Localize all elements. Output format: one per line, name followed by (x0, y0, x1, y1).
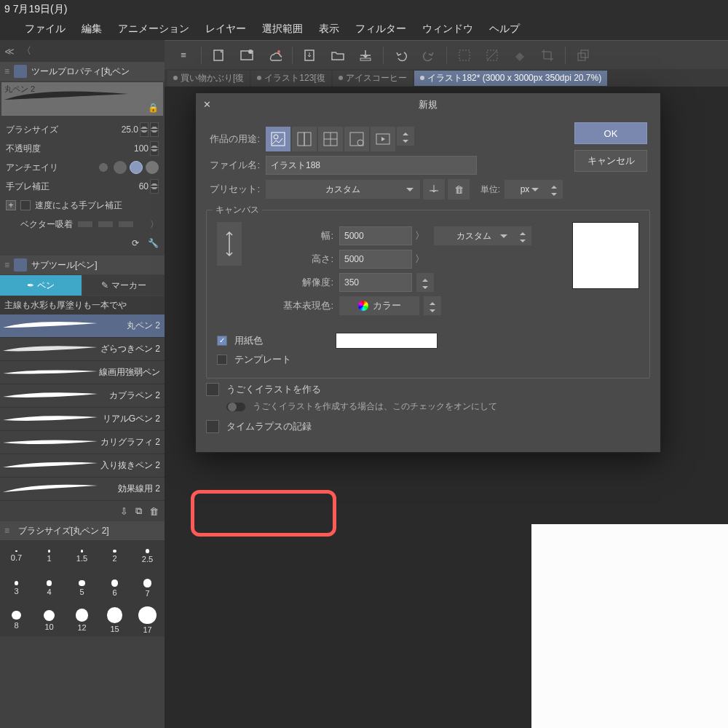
save-preset-icon[interactable] (423, 179, 445, 199)
menu-item[interactable]: アニメーション (118, 23, 189, 36)
delete-preset-icon[interactable]: 🗑 (448, 179, 470, 199)
menu-item[interactable]: 編集 (82, 23, 102, 36)
brush-size-cell[interactable]: 3 (0, 572, 33, 604)
resolution-input[interactable] (339, 273, 412, 292)
brush-size-cell[interactable]: 1.5 (66, 540, 98, 572)
stabilization-value[interactable]: 60 (139, 181, 149, 191)
trash-icon[interactable]: 🗑 (149, 506, 159, 517)
brush-preview[interactable]: 丸ペン 2 🔒 (1, 82, 163, 116)
menu-item[interactable]: ファイル (25, 23, 66, 36)
width-input[interactable] (339, 226, 412, 245)
colormode-spin[interactable] (424, 296, 441, 315)
brush-size-cell[interactable]: 15 (98, 604, 131, 636)
brush-size-cell[interactable]: 2 (98, 540, 131, 572)
subtool-tab-pen[interactable]: ✒ペン (0, 275, 82, 296)
spin-icon[interactable] (150, 179, 159, 194)
chevron-right-icon[interactable]: 〉 (412, 252, 427, 266)
menu-item[interactable]: フィルター (355, 23, 406, 36)
doc-tab[interactable]: アイスコーヒー (333, 71, 413, 86)
collapse-icon[interactable]: ≪ (4, 46, 15, 57)
select-all-icon[interactable] (454, 45, 475, 66)
new-doc-icon[interactable] (209, 45, 229, 66)
purpose-settings-icon[interactable] (344, 127, 369, 151)
chevron-right-icon[interactable]: 〉 (412, 229, 427, 243)
brush-item[interactable]: 丸ペン 2 (0, 314, 165, 338)
opacity-value[interactable]: 100 (134, 143, 149, 154)
unit-select[interactable]: px (505, 180, 545, 199)
brush-size-cell[interactable]: 8 (0, 604, 33, 636)
brush-size-cell[interactable]: 6 (98, 572, 131, 604)
deselect-icon[interactable] (482, 45, 502, 66)
preset-select[interactable]: カスタム (266, 180, 420, 199)
open-folder-icon[interactable] (328, 45, 348, 66)
brush-item[interactable]: 効果線用 2 (0, 478, 165, 501)
chevron-right-icon[interactable]: 〉 (150, 218, 159, 231)
purpose-illustration-icon[interactable] (266, 127, 290, 151)
speed-stabil-checkbox[interactable] (20, 200, 31, 210)
canvas-area[interactable] (531, 524, 728, 728)
brush-size-cell[interactable]: 4 (33, 572, 66, 604)
animation-checkbox[interactable] (206, 383, 219, 396)
swap-orientation-icon[interactable] (217, 222, 242, 266)
brush-item[interactable]: 入り抜きペン 2 (0, 454, 165, 478)
paper-color-swatch[interactable] (336, 333, 438, 349)
close-icon[interactable]: ✕ (203, 99, 215, 111)
brush-size-cell[interactable]: 2.5 (131, 540, 164, 572)
brush-item[interactable]: リアルGペン 2 (0, 408, 165, 431)
paper-color-checkbox[interactable] (217, 336, 227, 346)
brush-size-cell[interactable]: 10 (33, 604, 66, 636)
wrench-icon[interactable]: 🔧 (148, 238, 159, 248)
menu-icon[interactable]: ≡ (173, 45, 194, 66)
doc-tab[interactable]: イラスト123[復 (251, 71, 331, 86)
brush-item[interactable]: カリグラフィ 2 (0, 431, 165, 454)
size-preset-spin[interactable] (514, 226, 531, 245)
brush-size-cell[interactable]: 0.7 (0, 540, 33, 572)
lock-icon[interactable]: 🔒 (148, 103, 159, 113)
redo-icon[interactable] (419, 45, 439, 66)
brush-item[interactable]: 線画用強弱ペン (0, 361, 165, 384)
new-canvas-icon[interactable] (237, 45, 257, 66)
save-icon[interactable] (355, 45, 376, 66)
brush-size-cell[interactable]: 1 (33, 540, 66, 572)
menu-item[interactable]: 表示 (319, 23, 339, 36)
brush-item[interactable]: カブラペン 2 (0, 384, 165, 408)
cancel-button[interactable]: キャンセル (574, 150, 647, 172)
spin-icon[interactable] (150, 122, 159, 137)
back-icon[interactable]: 〈 (22, 44, 31, 58)
cloud-icon[interactable] (264, 45, 285, 66)
template-checkbox[interactable] (217, 355, 227, 365)
subtool-tab-marker[interactable]: ✎マーカー (83, 275, 165, 296)
brush-size-cell[interactable]: 12 (66, 604, 98, 636)
spin-icon[interactable] (140, 122, 149, 137)
duplicate-icon[interactable]: ⧉ (135, 505, 142, 517)
brush-size-cell[interactable]: 17 (131, 604, 164, 636)
brush-item[interactable]: ざらつきペン 2 (0, 338, 165, 361)
menu-item[interactable]: レイヤー (205, 23, 246, 36)
brush-size-value[interactable]: 25.0 (122, 124, 138, 135)
doc-tab-active[interactable]: イラスト182* (3000 x 3000px 350dpi 20.7%) (414, 71, 607, 86)
undo-icon[interactable] (391, 45, 411, 66)
ok-button[interactable]: OK (574, 122, 647, 144)
menu-item[interactable]: ウィンドウ (422, 23, 473, 36)
colormode-select[interactable]: カラー (339, 296, 419, 315)
filename-input[interactable] (266, 156, 477, 175)
doc-tab[interactable]: 買い物かぶり[復 (167, 71, 250, 86)
import-icon[interactable] (300, 45, 320, 66)
size-preset-select[interactable]: カスタム (434, 226, 514, 245)
crop-icon[interactable] (537, 45, 558, 66)
spin-icon[interactable] (150, 141, 159, 156)
purpose-spin[interactable] (397, 127, 414, 146)
purpose-comic-icon[interactable] (292, 127, 317, 151)
resolution-spin[interactable] (416, 273, 434, 292)
height-input[interactable] (339, 250, 412, 269)
scale-icon[interactable] (573, 45, 593, 66)
antialias-options[interactable] (96, 160, 159, 175)
timelapse-checkbox[interactable] (206, 420, 219, 433)
fill-icon[interactable] (510, 45, 530, 66)
brush-size-cell[interactable]: 5 (66, 572, 98, 604)
download-icon[interactable]: ⇩ (120, 506, 128, 517)
purpose-grid-icon[interactable] (318, 127, 343, 151)
reset-icon[interactable]: ⟳ (132, 238, 139, 248)
purpose-animation-icon[interactable] (371, 127, 395, 151)
unit-spin[interactable] (545, 180, 563, 199)
